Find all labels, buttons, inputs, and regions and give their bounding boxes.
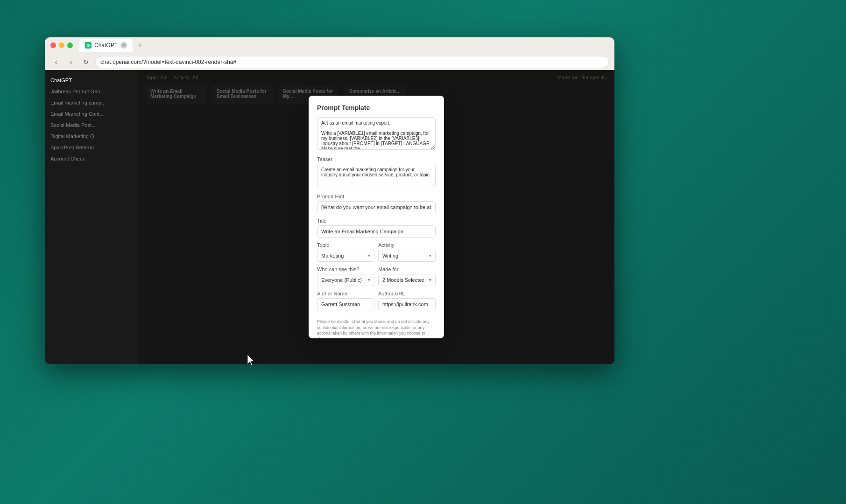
who-can-see-label: Who can see this? (317, 266, 374, 272)
teaser-label: Teaser (317, 156, 436, 162)
prompt-template-group (317, 117, 436, 152)
activity-select-wrapper: Writing ▼ (378, 250, 436, 262)
url-text: chat.openai.com/?model=text-davinci-002-… (100, 59, 236, 65)
title-input[interactable] (317, 225, 436, 238)
sidebar-item-1[interactable]: Jailbreak Prompt Gen... (45, 86, 138, 97)
who-can-see-select[interactable]: Everyone (Public) (317, 274, 374, 286)
browser-chrome: G ChatGPT × + ‹ › ↻ chat.openai.com/?mod… (45, 37, 614, 70)
activity-select[interactable]: Writing (378, 250, 436, 262)
sidebar-item-6[interactable]: SparkPost Referral (45, 142, 138, 153)
forward-button[interactable]: › (65, 56, 77, 68)
activity-label: Activity (378, 242, 436, 248)
topic-select[interactable]: Marketing (317, 250, 374, 262)
visibility-models-row: Who can see this? Everyone (Public) ▼ Ma… (317, 266, 436, 291)
browser-window: G ChatGPT × + ‹ › ↻ chat.openai.com/?mod… (45, 37, 614, 364)
made-for-group: Made for 2 Models Selected ▼ (378, 266, 436, 286)
author-url-group: Author URL (378, 291, 436, 310)
who-can-see-wrapper: Everyone (Public) ▼ (317, 274, 374, 286)
sidebar-item-4[interactable]: Social Media Post... (45, 119, 138, 131)
prompt-template-modal: Prompt Template Teaser Prompt Hint (309, 96, 444, 338)
sidebar-item-2[interactable]: Email marketing camp... (45, 97, 138, 108)
sidebar: ChatGPT Jailbreak Prompt Gen... Email ma… (45, 70, 138, 364)
tab-title: ChatGPT (94, 42, 118, 49)
close-traffic-light[interactable] (50, 42, 56, 48)
who-can-see-group: Who can see this? Everyone (Public) ▼ (317, 266, 374, 286)
made-for-select[interactable]: 2 Models Selected (378, 274, 436, 286)
modal-title: Prompt Template (317, 104, 436, 112)
active-tab[interactable]: G ChatGPT × (79, 39, 133, 52)
prompt-hint-input[interactable] (317, 201, 436, 213)
topic-select-wrapper: Marketing ▼ (317, 250, 374, 262)
modal-overlay[interactable]: Prompt Template Teaser Prompt Hint (138, 70, 614, 364)
tab-favicon: G (85, 42, 92, 49)
sidebar-item-5[interactable]: Digital Marketing Q... (45, 131, 138, 142)
address-bar[interactable]: chat.openai.com/?model=text-davinci-002-… (95, 56, 609, 68)
disclaimer-text: Please be mindful of what you share, and… (317, 319, 436, 338)
maximize-traffic-light[interactable] (67, 42, 73, 48)
topic-group: Topic Marketing ▼ (317, 242, 374, 262)
titlebar: G ChatGPT × + (45, 37, 614, 54)
browser-content: ChatGPT Jailbreak Prompt Gen... Email ma… (45, 70, 614, 364)
title-group: Title (317, 218, 436, 238)
activity-group: Activity Writing ▼ (378, 242, 436, 262)
prompt-hint-group: Prompt Hint (317, 194, 436, 213)
sidebar-item-3[interactable]: Email Marketing Cont... (45, 108, 138, 119)
made-for-wrapper: 2 Models Selected ▼ (378, 274, 436, 286)
teaser-group: Teaser (317, 156, 436, 189)
teaser-textarea[interactable] (317, 164, 436, 187)
refresh-button[interactable]: ↻ (80, 56, 92, 68)
sidebar-item-chatgpt[interactable]: ChatGPT (45, 75, 138, 86)
browser-toolbar: ‹ › ↻ chat.openai.com/?model=text-davinc… (45, 54, 614, 70)
author-row: Author Name Author URL (317, 291, 436, 315)
author-name-label: Author Name (317, 291, 374, 296)
author-url-input[interactable] (378, 298, 436, 310)
tab-bar: G ChatGPT × + (76, 39, 609, 52)
prompt-hint-label: Prompt Hint (317, 194, 436, 199)
title-label: Title (317, 218, 436, 224)
tab-close-button[interactable]: × (120, 42, 127, 49)
sidebar-item-7[interactable]: Account Check (45, 153, 138, 164)
topic-activity-row: Topic Marketing ▼ Activity (317, 242, 436, 266)
author-name-group: Author Name (317, 291, 374, 310)
prompt-template-textarea[interactable] (317, 117, 436, 150)
author-name-input[interactable] (317, 298, 374, 310)
minimize-traffic-light[interactable] (59, 42, 64, 48)
topic-label: Topic (317, 242, 374, 248)
new-tab-button[interactable]: + (134, 40, 146, 51)
back-button[interactable]: ‹ (50, 56, 62, 68)
main-content: Topic: All Activity: All Made for: Not s… (138, 70, 614, 364)
author-url-label: Author URL (378, 291, 436, 296)
made-for-label: Made for (378, 266, 436, 272)
